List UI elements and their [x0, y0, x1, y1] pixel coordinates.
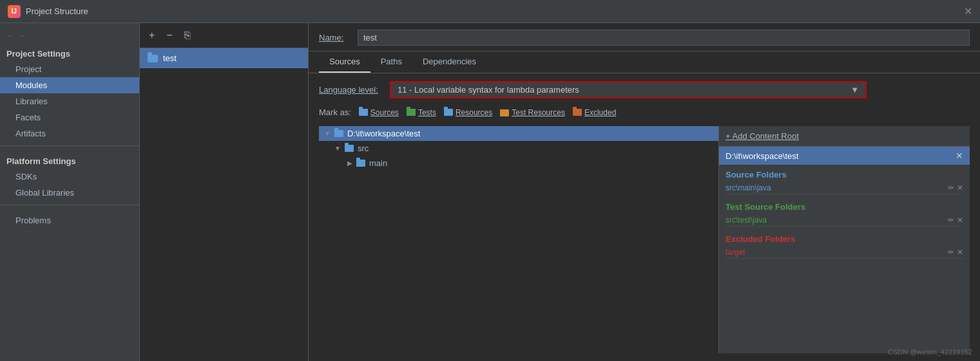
- sidebar-item-modules[interactable]: Modules: [0, 77, 139, 93]
- remove-test-source-folder-icon[interactable]: ✕: [957, 216, 963, 225]
- test-source-folders-title: Test Source Folders: [725, 202, 963, 212]
- tree-item-root[interactable]: ▼ D:\it\workspace\test: [319, 126, 718, 141]
- sidebar-item-modules-label: Modules: [15, 80, 47, 90]
- tree-folder-src-icon: [345, 145, 354, 152]
- platform-settings-label: Platform Settings: [0, 150, 139, 169]
- main-layout: ← → Project Settings Project Modules Lib…: [0, 23, 980, 361]
- content-area: Name: Sources Paths Dependencies Languag…: [309, 23, 980, 361]
- sidebar: ← → Project Settings Project Modules Lib…: [0, 23, 140, 361]
- sidebar-item-facets-label: Facets: [15, 113, 41, 122]
- tree-arrow-root: ▼: [324, 130, 331, 137]
- sidebar-item-sdks-label: SDKs: [15, 172, 37, 181]
- right-panel-path-label: D:\it\workspace\test: [725, 151, 798, 161]
- mark-as-row: Mark as: Sources Tests Resources Test Re…: [319, 107, 970, 117]
- sidebar-item-artifacts-label: Artifacts: [15, 129, 46, 138]
- tree-item-main[interactable]: ▶ main: [319, 156, 718, 171]
- mark-as-label: Mark as:: [319, 107, 351, 117]
- module-toolbar: + − ⎘: [140, 23, 308, 48]
- sidebar-item-artifacts[interactable]: Artifacts: [0, 125, 139, 142]
- test-source-folder-path-0: src\test\java: [725, 216, 767, 225]
- excluded-folder-icon: [573, 109, 582, 116]
- tab-sources[interactable]: Sources: [319, 51, 370, 73]
- language-level-select[interactable]: 11 - Local variable syntax for lambda pa…: [390, 81, 867, 98]
- sidebar-nav-row: ← →: [0, 28, 139, 42]
- edit-excluded-folder-icon[interactable]: ✏: [948, 248, 954, 257]
- mark-test-resources-label: Test Resources: [512, 108, 565, 117]
- title-bar: IJ Project Structure ✕: [0, 0, 980, 23]
- tab-dependencies-label: Dependencies: [423, 57, 476, 66]
- edit-source-folder-icon[interactable]: ✏: [948, 183, 954, 192]
- tree-panel-row: ▼ D:\it\workspace\test ▼ src ▶ main: [319, 126, 970, 353]
- app-logo: IJ: [8, 5, 21, 18]
- remove-source-folder-icon[interactable]: ✕: [957, 183, 963, 192]
- tree-folder-main-icon: [356, 160, 365, 167]
- nav-back-button[interactable]: ←: [6, 31, 14, 40]
- project-settings-label: Project Settings: [0, 42, 139, 61]
- test-resources-folder-icon: [500, 109, 509, 116]
- sidebar-problems-label: Problems: [15, 216, 51, 225]
- source-folder-icons-0: ✏ ✕: [948, 183, 963, 192]
- remove-excluded-folder-icon[interactable]: ✕: [957, 248, 963, 257]
- tree-arrow-src: ▼: [334, 145, 341, 152]
- sidebar-item-libraries[interactable]: Libraries: [0, 93, 139, 109]
- mark-as-excluded-button[interactable]: Excluded: [573, 108, 616, 117]
- excluded-folder-path-0: target: [725, 248, 745, 257]
- right-panel-close-button[interactable]: ✕: [956, 151, 963, 161]
- test-source-folder-icons-0: ✏ ✕: [948, 216, 963, 225]
- nav-forward-button[interactable]: →: [18, 31, 26, 40]
- mark-as-sources-button[interactable]: Sources: [359, 108, 399, 117]
- source-folders-section: Source Folders src\main\java ✏ ✕: [719, 165, 970, 197]
- sources-folder-icon: [359, 109, 368, 116]
- edit-test-source-folder-icon[interactable]: ✏: [948, 216, 954, 225]
- content-body: Language level: 11 - Local variable synt…: [309, 73, 980, 361]
- sidebar-item-problems[interactable]: Problems: [0, 209, 139, 228]
- test-source-folder-item-0: src\test\java ✏ ✕: [725, 214, 963, 227]
- mark-excluded-label: Excluded: [584, 108, 616, 117]
- add-module-button[interactable]: +: [146, 28, 157, 42]
- source-folders-title: Source Folders: [725, 170, 963, 180]
- sidebar-item-facets[interactable]: Facets: [0, 109, 139, 125]
- sidebar-item-global-libraries-label: Global Libraries: [15, 188, 74, 198]
- tree-item-main-label: main: [369, 158, 387, 168]
- mark-sources-label: Sources: [370, 108, 399, 117]
- source-folder-item-0: src\main\java ✏ ✕: [725, 182, 963, 194]
- remove-module-button[interactable]: −: [164, 28, 175, 42]
- tab-paths[interactable]: Paths: [370, 51, 412, 73]
- tab-dependencies[interactable]: Dependencies: [412, 51, 486, 73]
- sidebar-item-libraries-label: Libraries: [15, 97, 48, 106]
- mark-as-tests-button[interactable]: Tests: [407, 108, 436, 117]
- excluded-folder-icons-0: ✏ ✕: [948, 248, 963, 257]
- module-item-test[interactable]: test: [140, 48, 308, 68]
- add-content-root-button[interactable]: + Add Content Root: [719, 126, 970, 147]
- language-level-arrow: ▼: [850, 85, 859, 95]
- language-level-row: Language level: 11 - Local variable synt…: [319, 81, 970, 98]
- mark-tests-label: Tests: [418, 108, 436, 117]
- language-level-label: Language level:: [319, 85, 383, 95]
- copy-module-button[interactable]: ⎘: [182, 28, 193, 42]
- test-source-folders-section: Test Source Folders src\test\java ✏ ✕: [719, 197, 970, 229]
- right-panel-header: D:\it\workspace\test ✕: [719, 147, 970, 165]
- module-panel: + − ⎘ test: [140, 23, 309, 361]
- name-input[interactable]: [358, 30, 970, 46]
- source-folder-path-0: src\main\java: [725, 183, 771, 192]
- add-content-root-label: + Add Content Root: [725, 131, 799, 141]
- sidebar-item-project-label: Project: [15, 64, 41, 74]
- excluded-folder-item-0: target ✏ ✕: [725, 246, 963, 259]
- sidebar-item-project[interactable]: Project: [0, 61, 139, 77]
- mark-resources-label: Resources: [456, 108, 492, 117]
- mark-as-test-resources-button[interactable]: Test Resources: [500, 108, 565, 117]
- mark-as-resources-button[interactable]: Resources: [444, 108, 492, 117]
- sidebar-divider-2: [0, 205, 139, 205]
- name-row: Name:: [309, 23, 980, 51]
- tree-item-src[interactable]: ▼ src: [319, 141, 718, 156]
- title-bar-title: Project Structure: [26, 6, 88, 16]
- close-button[interactable]: ✕: [964, 5, 972, 17]
- module-item-name: test: [163, 53, 177, 63]
- language-level-value: 11 - Local variable syntax for lambda pa…: [398, 85, 579, 95]
- sidebar-item-global-libraries[interactable]: Global Libraries: [0, 185, 139, 201]
- watermark: CSDN @weixin_42219152: [888, 348, 972, 356]
- excluded-folders-title: Excluded Folders: [725, 234, 963, 244]
- sidebar-item-sdks[interactable]: SDKs: [0, 169, 139, 185]
- sidebar-divider: [0, 145, 139, 146]
- tab-sources-label: Sources: [329, 57, 360, 66]
